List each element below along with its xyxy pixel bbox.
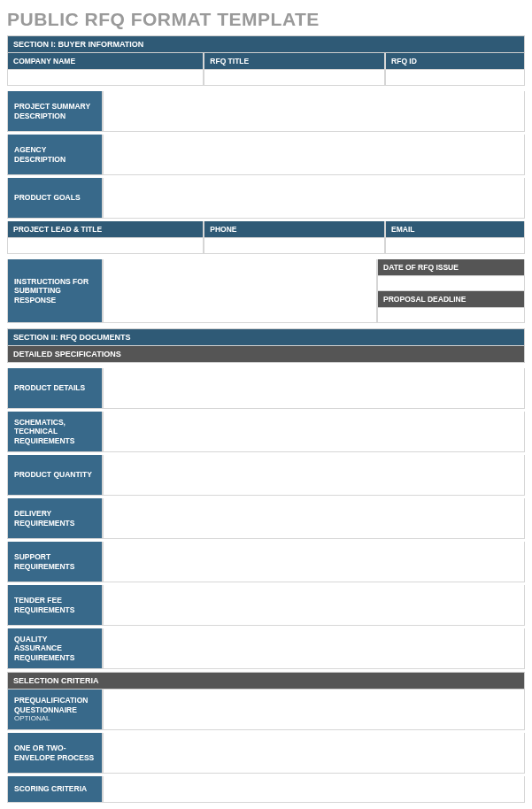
col-rfq-id: RFQ ID (385, 53, 525, 70)
input-rfq-title[interactable] (204, 70, 385, 86)
label-deadline: PROPOSAL DEADLINE (377, 291, 525, 308)
input-phone[interactable] (204, 238, 385, 254)
row-quantity: PRODUCT QUANTITY (7, 455, 525, 496)
input-email[interactable] (385, 238, 525, 254)
input-project-summary[interactable] (103, 91, 525, 132)
label-agency-desc: AGENCY DESCRIPTION (7, 135, 103, 175)
input-agency-desc[interactable] (103, 135, 525, 175)
label-instructions: INSTRUCTIONS FOR SUBMITTING RESPONSE (7, 259, 103, 323)
col-project-lead: PROJECT LEAD & TITLE (7, 221, 204, 238)
input-rfq-id[interactable] (385, 70, 525, 86)
label-product-goals: PRODUCT GOALS (7, 178, 103, 219)
input-schematics[interactable] (103, 412, 525, 452)
input-date-issue[interactable] (377, 276, 525, 291)
input-instructions[interactable] (103, 259, 377, 323)
label-schematics: SCHEMATICS, TECHNICAL REQUIREMENTS (7, 412, 103, 452)
label-scoring: SCORING CRITERIA (7, 776, 103, 803)
input-project-lead[interactable] (7, 238, 204, 254)
input-delivery[interactable] (103, 498, 525, 539)
input-tender-fee[interactable] (103, 585, 525, 626)
section1-header: SECTION I: BUYER INFORMATION (7, 35, 525, 53)
input-quantity[interactable] (103, 455, 525, 496)
input-scoring[interactable] (103, 776, 525, 803)
col-phone: PHONE (204, 221, 385, 238)
label-prequal-note: OPTIONAL (14, 714, 50, 723)
row-instructions: INSTRUCTIONS FOR SUBMITTING RESPONSE DAT… (7, 259, 525, 323)
col-company: COMPANY NAME (7, 53, 204, 70)
col-email: EMAIL (385, 221, 525, 238)
document-title: PUBLIC RFQ FORMAT TEMPLATE (7, 9, 525, 30)
label-prequal-text: PREQUALIFICATION QUESTIONNAIRE (14, 696, 96, 714)
label-tender-fee: TENDER FEE REQUIREMENTS (7, 585, 103, 626)
label-project-summary: PROJECT SUMMARY DESCRIPTION (7, 91, 103, 132)
label-date-issue: DATE OF RFQ ISSUE (377, 259, 525, 276)
row-product-details: PRODUCT DETAILS (7, 368, 525, 409)
label-quantity: PRODUCT QUANTITY (7, 455, 103, 496)
row-envelope: ONE OR TWO-ENVELOPE PROCESS (7, 733, 525, 774)
col-rfq-title: RFQ TITLE (204, 53, 385, 70)
input-product-goals[interactable] (103, 178, 525, 219)
detailed-spec-header: DETAILED SPECIFICATIONS (7, 346, 525, 363)
row-product-goals: PRODUCT GOALS (7, 178, 525, 219)
input-support[interactable] (103, 542, 525, 582)
lead-input-row (7, 238, 525, 254)
buyer-header-row: COMPANY NAME RFQ TITLE RFQ ID (7, 53, 525, 70)
label-envelope: ONE OR TWO-ENVELOPE PROCESS (7, 733, 103, 774)
section2-header: SECTION II: RFQ DOCUMENTS (7, 328, 525, 346)
label-prequal: PREQUALIFICATION QUESTIONNAIRE OPTIONAL (7, 690, 103, 730)
input-company[interactable] (7, 70, 204, 86)
input-deadline[interactable] (377, 308, 525, 323)
lead-header-row: PROJECT LEAD & TITLE PHONE EMAIL (7, 221, 525, 238)
label-product-details: PRODUCT DETAILS (7, 368, 103, 409)
row-agency-desc: AGENCY DESCRIPTION (7, 135, 525, 175)
label-delivery: DELIVERY REQUIREMENTS (7, 498, 103, 539)
selection-criteria-header: SELECTION CRITERIA (7, 672, 525, 690)
label-support: SUPPORT REQUIREMENTS (7, 542, 103, 582)
row-project-summary: PROJECT SUMMARY DESCRIPTION (7, 91, 525, 132)
label-qa: QUALITY ASSURANCE REQUIREMENTS (7, 628, 103, 669)
row-schematics: SCHEMATICS, TECHNICAL REQUIREMENTS (7, 412, 525, 452)
input-prequal[interactable] (103, 690, 525, 730)
row-delivery: DELIVERY REQUIREMENTS (7, 498, 525, 539)
row-prequal: PREQUALIFICATION QUESTIONNAIRE OPTIONAL (7, 690, 525, 730)
input-qa[interactable] (103, 628, 525, 669)
row-scoring: SCORING CRITERIA (7, 776, 525, 803)
row-qa: QUALITY ASSURANCE REQUIREMENTS (7, 628, 525, 669)
input-envelope[interactable] (103, 733, 525, 774)
row-support: SUPPORT REQUIREMENTS (7, 542, 525, 582)
buyer-input-row (7, 70, 525, 86)
input-product-details[interactable] (103, 368, 525, 409)
row-tender-fee: TENDER FEE REQUIREMENTS (7, 585, 525, 626)
